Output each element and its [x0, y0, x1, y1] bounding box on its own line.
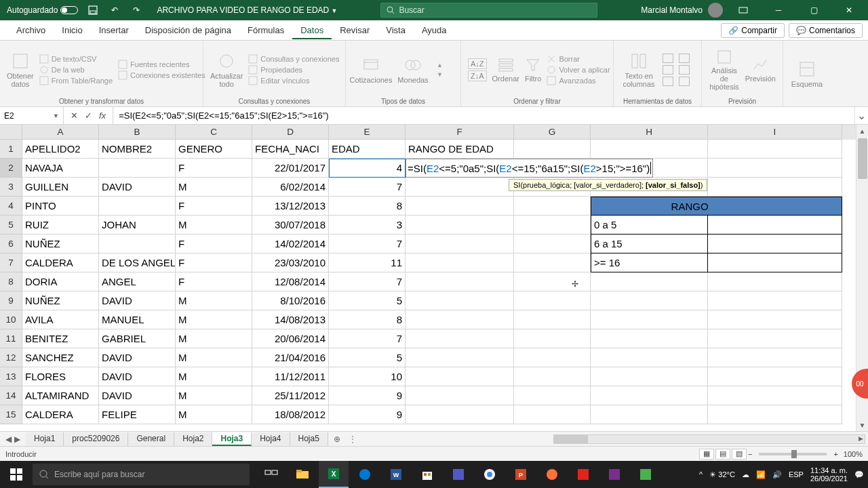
cell-A10[interactable]: AVILA — [22, 310, 99, 329]
cell-C11[interactable]: M — [176, 329, 252, 348]
cell-F10[interactable] — [406, 310, 514, 329]
chrome-icon[interactable] — [475, 461, 505, 488]
cell-A3[interactable]: GUILLEN — [22, 178, 99, 197]
cell-F15[interactable] — [406, 405, 514, 424]
cell-F4[interactable] — [406, 197, 514, 216]
cell-F9[interactable] — [406, 291, 514, 310]
spreadsheet-grid[interactable]: ABCDEFGHI 123456789101112131415 APELLIDO… — [0, 125, 868, 431]
cell-E15[interactable]: 9 — [329, 405, 406, 424]
clear-filter[interactable]: Borrar — [547, 54, 610, 64]
maximize-icon[interactable]: ▢ — [799, 0, 829, 20]
search-box[interactable]: Buscar — [380, 3, 597, 18]
tab-vista[interactable]: Vista — [378, 21, 414, 39]
tab-disposición-de-página[interactable]: Disposición de página — [137, 21, 239, 39]
cell-D8[interactable]: 12/08/2014 — [252, 272, 329, 291]
cell-E7[interactable]: 11 — [329, 253, 406, 272]
cell-C6[interactable]: F — [176, 235, 252, 253]
cell-A8[interactable]: DORIA — [22, 272, 99, 291]
cell-C8[interactable]: F — [176, 272, 252, 291]
zoom-level[interactable]: 100% — [844, 450, 863, 458]
row-header-4[interactable]: 4 — [0, 197, 22, 216]
refresh-all-button[interactable]: Actualizar todo — [210, 43, 243, 96]
user-name[interactable]: Marcial Montalvo — [641, 5, 703, 15]
cell-B14[interactable]: DAVID — [99, 386, 176, 405]
cell-H5[interactable]: 0 a 5 — [591, 216, 708, 235]
cell-A13[interactable]: FLORES — [22, 367, 99, 386]
select-all-corner[interactable] — [0, 125, 22, 140]
row-header-11[interactable]: 11 — [0, 329, 22, 348]
cell-A15[interactable]: CALDERA — [22, 405, 99, 424]
cell-I15[interactable] — [708, 405, 842, 424]
cell-G12[interactable] — [514, 348, 591, 367]
get-data-button[interactable]: Obtener datos — [7, 43, 34, 96]
cell-C10[interactable]: M — [176, 310, 252, 329]
autosave-toggle[interactable]: Autoguardado — [7, 5, 78, 15]
col-header-I[interactable]: I — [708, 125, 842, 140]
cell-I13[interactable] — [708, 367, 842, 386]
col-header-D[interactable]: D — [252, 125, 329, 140]
cell-I6[interactable] — [708, 235, 842, 253]
onedrive-icon[interactable]: ☁ — [742, 470, 749, 479]
row-header-12[interactable]: 12 — [0, 348, 22, 367]
cell-B2[interactable] — [99, 159, 176, 178]
row-header-13[interactable]: 13 — [0, 367, 22, 386]
cell-D7[interactable]: 23/03/2010 — [252, 253, 329, 272]
sheet-tab-hoja4[interactable]: Hoja4 — [252, 432, 290, 446]
zoom-slider[interactable] — [759, 453, 827, 455]
col-header-G[interactable]: G — [514, 125, 591, 140]
cell-I9[interactable] — [708, 291, 842, 310]
col-header-F[interactable]: F — [406, 125, 514, 140]
cell-H12[interactable] — [591, 348, 708, 367]
cell-I5[interactable] — [708, 216, 842, 235]
cell-H13[interactable] — [591, 367, 708, 386]
row-header-10[interactable]: 10 — [0, 310, 22, 329]
cell-C2[interactable]: F — [176, 159, 252, 178]
cancel-formula-icon[interactable]: ✕ — [71, 110, 78, 121]
row-header-3[interactable]: 3 — [0, 178, 22, 197]
fx-icon[interactable]: fx — [99, 110, 106, 121]
col-header-A[interactable]: A — [22, 125, 99, 140]
wifi-icon[interactable]: 📶 — [756, 470, 766, 479]
cell-A1[interactable]: APELLIDO2 — [22, 140, 99, 159]
col-header-H[interactable]: H — [591, 125, 708, 140]
reapply-filter[interactable]: Volver a aplicar — [547, 65, 610, 75]
cell-H7[interactable]: >= 16 — [591, 253, 708, 272]
cell-H1[interactable] — [591, 140, 708, 159]
cell-B1[interactable]: NOMBRE2 — [99, 140, 176, 159]
word-icon[interactable]: W — [381, 461, 411, 488]
lang-tray[interactable]: ESP — [789, 470, 804, 479]
cell-F11[interactable] — [406, 329, 514, 348]
store-icon[interactable] — [412, 461, 442, 488]
name-box[interactable]: E2▼ — [0, 107, 64, 124]
sort-az-icon[interactable]: A↓Z — [468, 58, 487, 69]
cell-E5[interactable]: 3 — [329, 216, 406, 235]
undo-icon[interactable]: ↶ — [108, 3, 121, 17]
cell-C4[interactable]: F — [176, 197, 252, 216]
row-header-14[interactable]: 14 — [0, 386, 22, 405]
recent-sources[interactable]: Fuentes recientes — [118, 60, 205, 69]
app-icon-3[interactable] — [631, 461, 660, 488]
tab-insertar[interactable]: Insertar — [91, 21, 137, 39]
cell-E1[interactable]: EDAD — [329, 140, 406, 159]
app-icon-2[interactable] — [599, 461, 629, 488]
close-icon[interactable]: ✕ — [834, 0, 864, 20]
cell-I12[interactable] — [708, 348, 842, 367]
cell-B15[interactable]: FELIPE — [99, 405, 176, 424]
cell-B5[interactable]: JOHAN — [99, 216, 176, 235]
sort-button[interactable]: Ordenar — [492, 43, 519, 96]
cell-H11[interactable] — [591, 329, 708, 348]
outline-button[interactable]: Esquema — [790, 43, 824, 104]
formula-input[interactable]: =SI(E2<=5;"0a5";SI(E2<=15;"6a15";SI(E2>1… — [113, 107, 854, 124]
cell-D3[interactable]: 6/02/2014 — [252, 178, 329, 197]
app-icon-1[interactable] — [568, 461, 598, 488]
comments-button[interactable]: 💬 Comentarios — [789, 23, 863, 38]
normal-view-icon[interactable]: ▦ — [699, 449, 714, 460]
firefox-icon[interactable] — [537, 461, 567, 488]
tray-clock[interactable]: 11:34 a. m.26/09/2021 — [810, 466, 848, 483]
cell-D14[interactable]: 25/11/2012 — [252, 386, 329, 405]
cell-H8[interactable] — [591, 272, 708, 291]
weather-tray[interactable]: ☀ 32°C — [709, 470, 735, 479]
cell-I10[interactable] — [708, 310, 842, 329]
cell-F1[interactable]: RANGO DE EDAD — [406, 140, 514, 159]
stocks-button[interactable]: Cotizaciones — [353, 43, 389, 96]
